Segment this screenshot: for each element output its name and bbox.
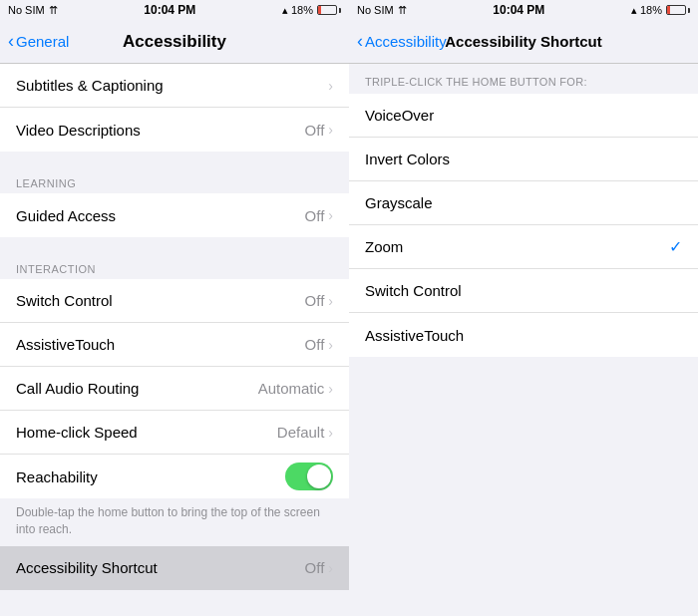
reachability-toggle[interactable] <box>285 462 333 490</box>
assistive-touch-shortcut-label: AssistiveTouch <box>365 327 464 344</box>
list-item-accessibility-shortcut[interactable]: Accessibility Shortcut Off › <box>0 546 349 590</box>
list-item-switch-control[interactable]: Switch Control Off › <box>0 279 349 323</box>
status-right: ▴ 18% <box>282 4 341 17</box>
assistive-touch-right: Off › <box>305 336 333 353</box>
shortcut-item-grayscale[interactable]: Grayscale <box>349 181 698 225</box>
switch-control-value: Off <box>305 292 325 309</box>
chevron-right-icon: › <box>328 425 333 441</box>
section-header-interaction: INTERACTION <box>0 255 349 279</box>
back-label-right: Accessibility <box>365 33 447 50</box>
shortcut-list: TRIPLE-CLICK THE HOME BUTTON FOR: VoiceO… <box>349 64 698 616</box>
battery-icon <box>317 5 341 15</box>
chevron-left-icon-right: ‹ <box>357 32 363 50</box>
guided-access-right: Off › <box>305 207 333 224</box>
shortcut-item-invert-colors[interactable]: Invert Colors <box>349 138 698 181</box>
shortcut-item-assistive-touch[interactable]: AssistiveTouch <box>349 313 698 357</box>
learning-group: Guided Access Off › <box>0 193 349 237</box>
settings-list-left: Subtitles & Captioning › Video Descripti… <box>0 64 349 616</box>
shortcut-item-zoom[interactable]: Zoom ✓ <box>349 225 698 269</box>
accessibility-shortcut-label: Accessibility Shortcut <box>16 559 158 576</box>
nav-bar-left: ‹ General Accessibility <box>0 20 349 64</box>
voiceover-label: VoiceOver <box>365 107 434 124</box>
signal-label-right: ▴ 18% <box>631 4 662 17</box>
subtitles-right: › <box>328 78 333 94</box>
video-descriptions-value: Off <box>305 122 325 139</box>
reachability-right <box>285 462 333 490</box>
list-item-video-descriptions[interactable]: Video Descriptions Off › <box>0 108 349 152</box>
top-group: Subtitles & Captioning › Video Descripti… <box>0 64 349 152</box>
switch-control-shortcut-label: Switch Control <box>365 282 462 299</box>
toggle-knob <box>307 464 331 488</box>
list-item-assistive-touch[interactable]: AssistiveTouch Off › <box>0 323 349 367</box>
switch-control-right: Off › <box>305 292 333 309</box>
nav-title-right: Accessibility Shortcut <box>445 33 602 50</box>
guided-access-value: Off <box>305 207 325 224</box>
list-item-reachability[interactable]: Reachability <box>0 455 349 498</box>
separator-learning <box>0 152 349 169</box>
home-click-speed-label: Home-click Speed <box>16 424 138 441</box>
assistive-touch-value: Off <box>305 336 325 353</box>
checkmark-icon: ✓ <box>669 237 682 256</box>
back-button-left[interactable]: ‹ General <box>8 33 69 50</box>
shortcut-section-header: TRIPLE-CLICK THE HOME BUTTON FOR: <box>349 64 698 94</box>
status-left-right: No SIM ⇈ <box>357 4 407 17</box>
nav-bar-right: ‹ Accessibility Accessibility Shortcut <box>349 20 698 64</box>
list-item-call-audio-routing[interactable]: Call Audio Routing Automatic › <box>0 367 349 411</box>
wifi-icon: ⇈ <box>49 4 58 17</box>
back-button-right[interactable]: ‹ Accessibility <box>357 33 447 50</box>
chevron-right-icon: › <box>328 122 333 138</box>
call-audio-routing-label: Call Audio Routing <box>16 380 139 397</box>
video-descriptions-label: Video Descriptions <box>16 122 141 139</box>
list-item-home-click-speed[interactable]: Home-click Speed Default › <box>0 411 349 455</box>
left-panel: No SIM ⇈ 10:04 PM ▴ 18% ‹ General Access… <box>0 0 349 616</box>
chevron-right-icon: › <box>328 337 333 353</box>
carrier-label: No SIM <box>8 4 45 16</box>
assistive-touch-label: AssistiveTouch <box>16 336 115 353</box>
accessibility-shortcut-right: Off › <box>305 559 333 576</box>
shortcut-item-switch-control[interactable]: Switch Control <box>349 269 698 313</box>
status-bar-left: No SIM ⇈ 10:04 PM ▴ 18% <box>0 0 349 20</box>
call-audio-routing-right: Automatic › <box>258 380 333 397</box>
battery-icon-right <box>666 5 690 15</box>
switch-control-label: Switch Control <box>16 292 113 309</box>
status-bar-right: No SIM ⇈ 10:04 PM ▴ 18% <box>349 0 698 20</box>
chevron-right-icon: › <box>328 78 333 94</box>
chevron-right-icon: › <box>328 207 333 223</box>
section-header-learning: LEARNING <box>0 169 349 193</box>
time-label: 10:04 PM <box>144 3 195 17</box>
shortcut-item-voiceover[interactable]: VoiceOver <box>349 94 698 138</box>
list-item-subtitles[interactable]: Subtitles & Captioning › <box>0 64 349 108</box>
chevron-right-icon: › <box>328 381 333 397</box>
reachability-label: Reachability <box>16 468 98 485</box>
status-right-right: ▴ 18% <box>631 4 690 17</box>
grayscale-label: Grayscale <box>365 194 433 211</box>
shortcut-group: VoiceOver Invert Colors Grayscale Zoom ✓… <box>349 94 698 357</box>
time-label-right: 10:04 PM <box>493 3 544 17</box>
subtitles-label: Subtitles & Captioning <box>16 77 164 94</box>
chevron-right-icon: › <box>328 560 333 576</box>
carrier-label-right: No SIM <box>357 4 394 16</box>
list-item-guided-access[interactable]: Guided Access Off › <box>0 193 349 237</box>
home-click-speed-right: Default › <box>277 424 333 441</box>
zoom-label: Zoom <box>365 238 403 255</box>
guided-access-label: Guided Access <box>16 207 116 224</box>
back-label-left: General <box>16 33 69 50</box>
wifi-icon-right: ⇈ <box>398 4 407 17</box>
interaction-group: Switch Control Off › AssistiveTouch Off … <box>0 279 349 498</box>
separator-interaction <box>0 237 349 255</box>
status-left: No SIM ⇈ <box>8 4 58 17</box>
video-descriptions-right: Off › <box>305 122 333 139</box>
chevron-left-icon: ‹ <box>8 32 14 50</box>
accessibility-shortcut-value: Off <box>305 559 325 576</box>
bottom-group: Accessibility Shortcut Off › <box>0 546 349 590</box>
chevron-right-icon: › <box>328 293 333 309</box>
invert-colors-label: Invert Colors <box>365 151 450 167</box>
signal-label: ▴ 18% <box>282 4 313 17</box>
call-audio-routing-value: Automatic <box>258 380 325 397</box>
home-click-speed-value: Default <box>277 424 325 441</box>
nav-title-left: Accessibility <box>123 32 226 52</box>
right-panel: No SIM ⇈ 10:04 PM ▴ 18% ‹ Accessibility … <box>349 0 698 616</box>
reachability-note: Double-tap the home button to bring the … <box>0 498 349 546</box>
